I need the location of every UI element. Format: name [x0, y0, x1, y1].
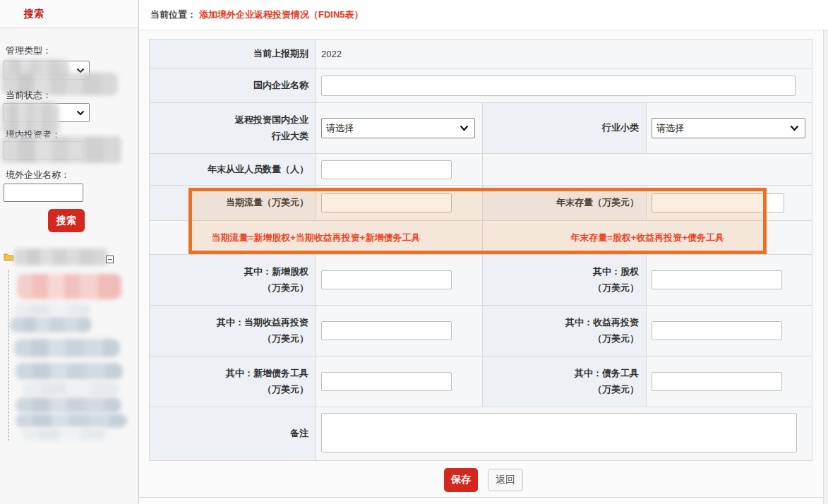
industry-major-select[interactable]: 请选择	[321, 118, 475, 138]
sidebar-search-tab-label: 搜索	[24, 8, 44, 20]
fdin5-form-table: 当前上报期别 2022 国内企业名称 返程投资国内企业 行业大类 请选择	[149, 39, 812, 461]
remark-label: 备注	[150, 407, 316, 461]
new-debt-input[interactable]	[321, 372, 452, 391]
current-flow-label: 当期流量（万美元）	[150, 186, 316, 221]
redacted-tree-item[interactable]	[14, 339, 120, 357]
employees-label: 年末从业人员数量（人）	[150, 154, 316, 186]
save-button[interactable]: 保存	[444, 468, 478, 492]
page: 搜索 管理类型： 当前状态： 境内投资者： 境外企业名称： 搜索	[0, 0, 828, 504]
form-actions: 保存 返回	[139, 468, 828, 492]
report-period-value: 2022	[316, 40, 812, 69]
reinvest-label: 其中：收益再投资 （万美元）	[483, 306, 647, 356]
overseas-company-label: 境外企业名称：	[6, 169, 70, 181]
main-area: 当前位置： 添加境外企业返程投资情况（FDIN5表） 当前上报期别 2022 国…	[139, 0, 828, 504]
redacted-tree-item[interactable]	[21, 382, 120, 396]
sidebar: 搜索 管理类型： 当前状态： 境内投资者： 境外企业名称： 搜索	[0, 0, 139, 504]
redacted-tree-item[interactable]	[17, 274, 121, 299]
current-flow-input[interactable]	[321, 193, 452, 212]
remark-textarea[interactable]	[321, 413, 797, 452]
industry-major-label: 返程投资国内企业 行业大类	[150, 103, 316, 154]
current-status-label: 当前状态：	[6, 89, 52, 102]
empty-cell	[483, 154, 812, 186]
breadcrumb-prefix: 当前位置：	[150, 8, 196, 21]
flow-formula-text: 当期流量=新增股权+当期收益再投资+新增债务工具	[150, 221, 483, 255]
employees-input[interactable]	[321, 160, 452, 179]
report-period-label: 当前上报期别	[150, 40, 316, 69]
sidebar-search-tab[interactable]: 搜索	[0, 0, 138, 28]
industry-minor-label: 行业小类	[483, 103, 647, 154]
folder-icon	[4, 252, 14, 263]
domestic-company-label: 国内企业名称	[150, 69, 316, 103]
redacted-tree-root[interactable]	[14, 248, 107, 265]
redacted-tree-item[interactable]	[10, 317, 92, 332]
breadcrumb-current-page[interactable]: 添加境外企业返程投资情况（FDIN5表）	[199, 8, 364, 21]
stock-formula-text: 年末存量=股权+收益再投资+债务工具	[483, 221, 812, 255]
new-equity-input[interactable]	[321, 270, 452, 289]
new-equity-label: 其中：新增股权 （万美元）	[150, 255, 316, 306]
scrollbar[interactable]	[823, 30, 828, 504]
year-end-stock-label: 年末存量（万美元）	[483, 186, 647, 221]
equity-label: 其中：股权 （万美元）	[483, 255, 647, 306]
new-debt-label: 其中：新增债务工具 （万美元）	[150, 356, 316, 407]
current-reinvest-label: 其中：当期收益再投资 （万美元）	[150, 306, 316, 356]
year-end-stock-input[interactable]	[652, 193, 784, 212]
redacted-tree-item[interactable]	[21, 428, 106, 440]
domestic-company-input[interactable]	[321, 76, 796, 96]
redacted-domestic-investor	[1, 136, 121, 163]
industry-minor-select[interactable]: 请选择	[652, 118, 805, 138]
redacted-tree-item[interactable]	[14, 304, 92, 316]
debt-input[interactable]	[652, 372, 782, 391]
debt-label: 其中：债务工具 （万美元）	[483, 356, 647, 407]
bottom-margin	[139, 498, 828, 504]
redacted-tree-item[interactable]	[16, 363, 123, 380]
redacted-tree-item[interactable]	[16, 414, 127, 428]
redacted-tree-item[interactable]	[16, 397, 121, 413]
chevron-down-icon	[76, 110, 85, 116]
equity-input[interactable]	[652, 270, 782, 289]
back-button[interactable]: 返回	[488, 469, 523, 491]
management-type-label: 管理类型：	[6, 44, 52, 57]
breadcrumb: 当前位置： 添加境外企业返程投资情况（FDIN5表）	[139, 0, 828, 30]
search-button[interactable]: 搜索	[48, 209, 85, 232]
chevron-down-icon	[790, 125, 799, 131]
overseas-company-input[interactable]	[4, 184, 83, 202]
reinvest-input[interactable]	[652, 321, 782, 340]
current-reinvest-input[interactable]	[321, 321, 452, 340]
tree-guide-line	[8, 270, 9, 441]
chevron-down-icon	[460, 125, 469, 131]
tree-toggle-icon[interactable]	[106, 256, 114, 263]
